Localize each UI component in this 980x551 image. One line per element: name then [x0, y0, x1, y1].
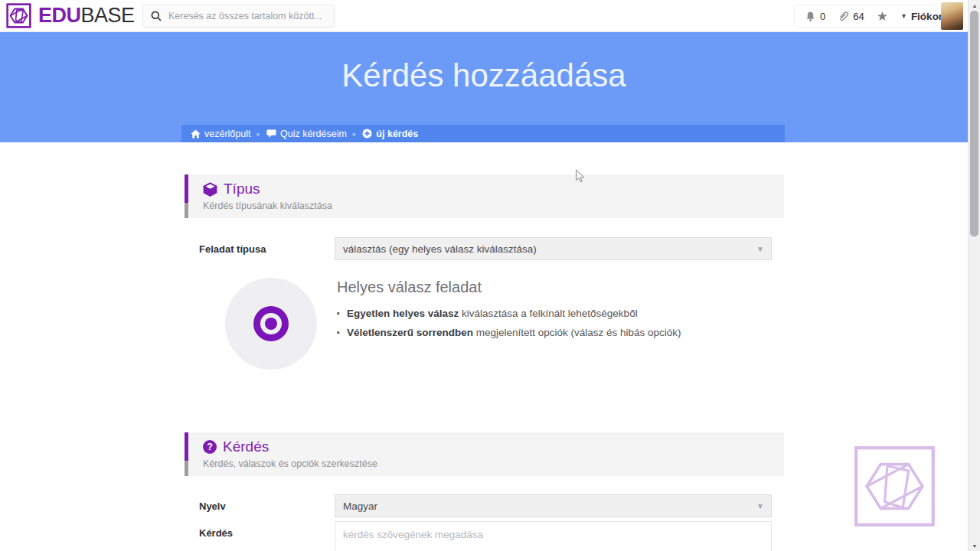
chevron-right-icon: ▸: [256, 130, 260, 138]
select-caret-icon: ▼: [756, 502, 764, 510]
dot-circle-icon: [253, 306, 289, 341]
section-edge-accent: [185, 174, 188, 203]
hero-banner: Kérdés hozzáadása vezérlőpult ▸ Quiz kér…: [0, 32, 968, 142]
avatar[interactable]: [941, 2, 963, 30]
section-title: Kérdés: [223, 439, 269, 455]
caret-down-icon: ▼: [900, 13, 907, 20]
breadcrumb-quiz-questions[interactable]: Quiz kérdéseim: [266, 129, 347, 139]
breadcrumb: vezérlőpult ▸ Quiz kérdéseim ▸ új kérdés: [181, 125, 785, 142]
breadcrumb-dashboard[interactable]: vezérlőpult: [191, 129, 250, 139]
language-label: Nyelv: [185, 494, 335, 517]
brand-wordmark[interactable]: EDUBASE: [38, 4, 135, 28]
section-title: Típus: [224, 181, 260, 197]
section-question: ? Kérdés Kérdés, válaszok és opciók szer…: [185, 432, 784, 551]
edubase-logo-icon[interactable]: [6, 3, 31, 28]
notifications-button[interactable]: 0: [805, 11, 825, 22]
section-edge-accent: [185, 432, 188, 461]
section-type: Típus Kérdés típusának kiválasztása Fela…: [185, 174, 784, 370]
type-info-title: Helyes válasz feladat: [337, 279, 681, 296]
select-caret-icon: ▼: [756, 245, 764, 253]
plus-circle-icon: [362, 129, 372, 139]
section-subtitle: Kérdés típusának kiválasztása: [203, 201, 784, 211]
breadcrumb-label: vezérlőpult: [204, 129, 250, 139]
edubase-watermark-logo: [854, 445, 936, 527]
favorites-button[interactable]: ★: [877, 10, 888, 23]
language-select[interactable]: Magyar ▼: [335, 494, 772, 517]
bell-icon: [805, 11, 816, 22]
list-item: Véletlenszerű sorrendben megjelenített o…: [337, 327, 681, 338]
search-icon: [151, 11, 162, 21]
task-type-label: Feladat típusa: [185, 237, 335, 260]
app-header: EDUBASE 0 64 ★ ▼ Fiókom: [0, 0, 968, 32]
type-illustration: [225, 278, 317, 370]
task-type-select[interactable]: választás (egy helyes válasz kiválasztás…: [335, 237, 772, 260]
global-search: [142, 5, 335, 28]
language-value: Magyar: [343, 500, 377, 512]
section-type-header: Típus Kérdés típusának kiválasztása: [185, 174, 784, 218]
page-title: Kérdés hozzáadása: [0, 32, 968, 94]
question-label: Kérdés: [185, 521, 335, 551]
chevron-right-icon: ▸: [353, 130, 357, 138]
task-type-value: választás (egy helyes válasz kiválasztás…: [343, 243, 537, 255]
search-input[interactable]: [168, 11, 326, 21]
cube-icon: [203, 182, 217, 197]
scrollbar-down-arrow[interactable]: ▼: [969, 541, 980, 550]
question-text-input[interactable]: [335, 521, 772, 551]
scrollbar-thumb[interactable]: [970, 11, 978, 236]
scrollbar-up-arrow[interactable]: ▲: [969, 1, 980, 10]
header-nav-group: 0 64 ★ ▼ Fiókom: [794, 5, 936, 28]
attachments-button[interactable]: 64: [838, 11, 864, 22]
breadcrumb-new-question[interactable]: új kérdés: [362, 129, 418, 139]
section-edge-gray: [185, 203, 188, 218]
section-subtitle: Kérdés, válaszok és opciók szerkesztése: [203, 458, 784, 469]
home-icon: [191, 129, 201, 139]
breadcrumb-label: új kérdés: [376, 129, 418, 139]
comment-icon: [266, 129, 276, 139]
type-info: Helyes válasz feladat Egyetlen helyes vá…: [185, 278, 784, 370]
type-info-bullets: Egyetlen helyes válasz kiválasztása a fe…: [337, 308, 681, 338]
section-question-header: ? Kérdés Kérdés, válaszok és opciók szer…: [185, 432, 784, 476]
page-scrollbar: ▲ ▼: [968, 0, 980, 551]
notifications-count: 0: [820, 11, 825, 22]
list-item: Egyetlen helyes válasz kiválasztása a fe…: [337, 308, 681, 319]
breadcrumb-label: Quiz kérdéseim: [280, 129, 347, 139]
brand-base: BASE: [81, 4, 135, 27]
section-edge-gray: [185, 461, 188, 476]
attachments-count: 64: [853, 11, 864, 22]
paperclip-icon: [838, 11, 849, 22]
star-icon: ★: [877, 10, 888, 23]
question-circle-icon: ?: [203, 440, 217, 454]
brand-edu: EDU: [38, 4, 81, 27]
